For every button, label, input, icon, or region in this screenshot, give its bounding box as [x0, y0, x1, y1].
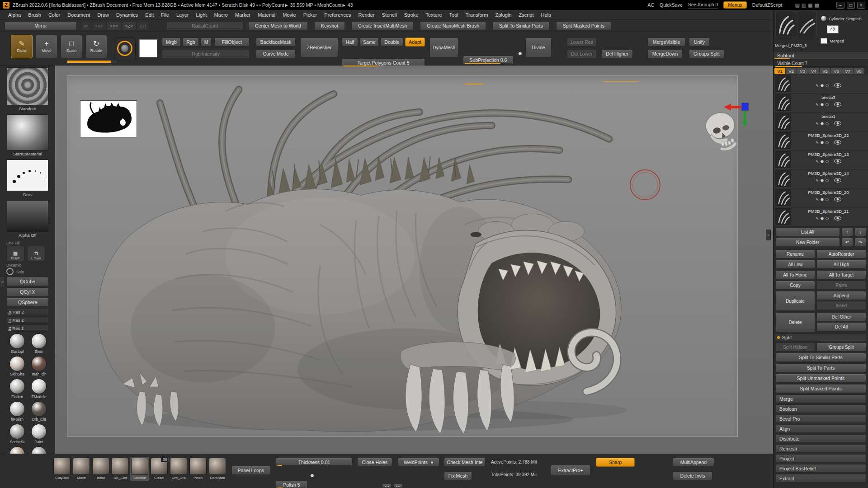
material-sphere-thumbnail[interactable]	[9, 401, 25, 417]
brush-thumbnail[interactable]	[131, 458, 148, 475]
m-button[interactable]: M	[201, 38, 212, 47]
subtool-toggle-off-icon[interactable]	[826, 217, 829, 220]
dynamesh-button[interactable]: DynaMesh	[429, 38, 458, 57]
subtool-toggle-off-icon[interactable]	[826, 198, 829, 201]
fix-mesh-button[interactable]: Fix Mesh	[444, 471, 472, 480]
mirror-button[interactable]: Mirror	[5, 21, 77, 30]
sharp-button[interactable]: Sharp	[596, 458, 635, 467]
polypaint-icon[interactable]	[816, 178, 819, 183]
brush-thumbnail[interactable]	[73, 458, 90, 475]
tool-thumbnail[interactable]	[775, 12, 795, 37]
merged-tool-item[interactable]: Merged	[821, 38, 844, 44]
brush-slot[interactable]: Orb_Cra	[169, 457, 188, 481]
subtool-item[interactable]: PM3D_Sphere3D_22	[774, 131, 868, 150]
symmetry-chip[interactable]: M	[81, 22, 90, 30]
del-other-button[interactable]: Del Other	[816, 312, 866, 321]
split-action-button[interactable]: Split Unmasked Points	[775, 374, 866, 383]
subtool-toggle-off-icon[interactable]	[826, 84, 829, 87]
delete-invis-button[interactable]: Delete Invis	[673, 471, 712, 480]
polypaint-icon[interactable]	[816, 197, 819, 202]
draw-size-slider[interactable]	[67, 60, 118, 63]
all-low-button[interactable]: All Low	[775, 260, 815, 269]
subpalette-section-bar[interactable]: Project BasRelief	[775, 464, 866, 473]
mergedown-button[interactable]: MergeDown	[647, 49, 683, 58]
split-action-button[interactable]: Split To Similar Parts	[775, 353, 866, 362]
quicksave-button[interactable]: QuickSave	[660, 2, 683, 8]
extractpro-button[interactable]: ExtractPro+	[551, 465, 590, 476]
menu-item[interactable]: Zplugin	[491, 11, 515, 19]
zremesher-button[interactable]: ZRemesher	[300, 38, 338, 57]
polyframe-button[interactable]: ▦ PolyF	[6, 246, 24, 261]
brush-slot[interactable]: ClayBuil	[52, 457, 71, 481]
subtool-version-tab[interactable]: V6	[831, 68, 842, 74]
fold-left-button[interactable]: ↶	[841, 238, 853, 247]
polypaint-icon[interactable]	[816, 121, 819, 126]
subtool-thumbnail[interactable]	[775, 208, 791, 225]
quick-material[interactable]: mah_dir	[28, 356, 50, 376]
material-sphere-thumbnail[interactable]	[31, 424, 47, 439]
material-sphere-thumbnail[interactable]	[9, 379, 25, 394]
quick-material[interactable]: Startupl	[6, 333, 28, 354]
menu-item[interactable]: Layer	[173, 11, 193, 19]
subtool-toggle-on-icon[interactable]	[821, 84, 824, 87]
subtool-toggle-on-icon[interactable]	[821, 198, 824, 201]
split-action-button[interactable]: Split Masked Points	[775, 384, 866, 393]
del-all-button[interactable]: Del All	[816, 322, 866, 331]
viewport[interactable]	[55, 66, 773, 454]
menu-item[interactable]: Stencil	[378, 11, 401, 19]
subpalette-section-bar[interactable]: Distribute	[775, 434, 866, 443]
shelf-button[interactable]: Create InsertMultiMesh	[351, 21, 414, 30]
current-tool-item[interactable]: Cylinder SimpleB	[821, 15, 862, 22]
split-action-button[interactable]: Split To Parts	[775, 363, 866, 372]
insert-button[interactable]: Insert	[816, 301, 866, 310]
menu-item[interactable]: Material	[254, 11, 279, 19]
rgb-button[interactable]: Rgb	[183, 38, 199, 47]
quick-material[interactable]: Blinn	[28, 333, 50, 354]
menu-item[interactable]: Transform	[462, 11, 492, 19]
shelf-button[interactable]: Split Masked Points	[556, 21, 611, 30]
mode-button[interactable]: ↻ Rotate	[85, 35, 107, 58]
subpalette-section-bar[interactable]: Remesh	[775, 444, 866, 453]
resolution-dot-toggle[interactable]	[518, 52, 522, 56]
subtool-thumbnail[interactable]	[775, 113, 791, 130]
eye-visibility-icon[interactable]	[834, 216, 841, 221]
duplicate-button[interactable]: Duplicate	[775, 291, 815, 311]
menu-item[interactable]: Light	[193, 11, 211, 19]
eye-visibility-icon[interactable]	[834, 197, 841, 202]
right-panel-divider-handle[interactable]: »	[766, 230, 771, 240]
rename-button[interactable]: Rename	[775, 249, 815, 258]
split-hidden-button[interactable]: Split Hidden	[775, 343, 815, 352]
titlebar-tool-icon[interactable]: ▩	[815, 2, 819, 8]
subpalette-section-bar[interactable]: Boolean	[775, 404, 866, 413]
multiappend-button[interactable]: MultiAppend	[673, 458, 714, 467]
subtool-version-tab[interactable]: V2	[786, 68, 797, 74]
backfacemask-button[interactable]: BackfaceMask	[256, 38, 296, 47]
minimize-button[interactable]: –	[836, 2, 844, 9]
visible-count-slider[interactable]: Visible Count 7	[774, 60, 868, 67]
menu-item[interactable]: Picker	[300, 11, 321, 19]
fillobject-button[interactable]: FillObject	[214, 38, 250, 47]
quick-material[interactable]: SkinSha	[6, 356, 28, 376]
shelf-button[interactable]: Keyshot	[314, 21, 345, 30]
material-sphere-thumbnail[interactable]	[9, 424, 25, 439]
mode-button[interactable]: □ Scale	[61, 35, 82, 58]
primitive-button[interactable]: QCube	[6, 277, 49, 286]
subtool-thumbnail[interactable]	[775, 151, 791, 168]
ac-indicator[interactable]: AC	[647, 2, 654, 8]
titlebar-tool-icon[interactable]: ▦	[808, 2, 812, 8]
panel-loops-button[interactable]: Panel Loops	[231, 466, 270, 475]
polypaint-icon[interactable]	[816, 140, 819, 145]
copy-button[interactable]: Copy	[775, 281, 815, 290]
menu-item[interactable]: Alpha	[5, 11, 24, 19]
subtool-thumbnail[interactable]	[775, 132, 791, 149]
quick-material[interactable]: Flatten	[6, 379, 28, 399]
list-all-button[interactable]: List All	[775, 227, 840, 236]
subtool-toggle-off-icon[interactable]	[826, 122, 829, 125]
mrgb-button[interactable]: Mrgb	[162, 38, 181, 47]
subtool-item[interactable]: PM3D_Sphere3D_13	[774, 150, 868, 169]
menu-item[interactable]: Document	[64, 11, 94, 19]
subtool-thumbnail[interactable]	[775, 189, 791, 206]
polypaint-icon[interactable]	[816, 159, 819, 164]
brush-slot[interactable]: Inflat	[91, 457, 110, 481]
subtool-version-tab[interactable]: V4	[808, 68, 819, 74]
